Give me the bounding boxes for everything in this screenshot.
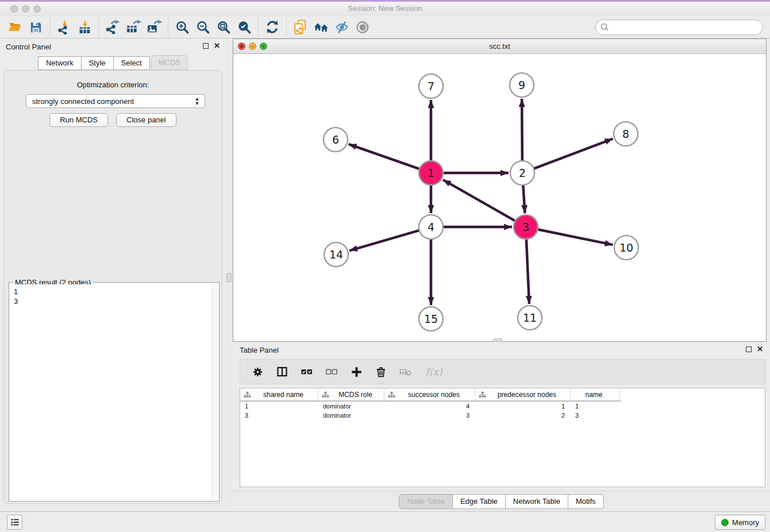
select-all-columns-button[interactable] [300,365,314,379]
edge-2-9[interactable] [522,99,522,161]
show-graphics-details-button[interactable] [352,18,373,36]
search-input[interactable] [595,20,763,35]
close-panel-button[interactable]: Close panel [116,113,176,127]
cell-shared-name: 3 [240,411,318,420]
function-builder-button[interactable]: f(x) [424,365,444,379]
application-window: Session: New Session [0,2,770,532]
edge-1-6[interactable] [349,144,420,169]
export-network-button[interactable] [102,18,123,36]
edge-2-3[interactable] [523,185,525,213]
column-header-successor-nodes[interactable]: successor nodes [384,388,475,400]
add-column-button[interactable] [349,365,363,379]
mcds-result-text[interactable]: 1 3 [10,284,212,500]
clone-network-icon [293,20,308,35]
panel-splitter[interactable] [226,38,233,511]
node-label-15: 15 [424,313,438,325]
titlebar: Session: New Session [0,2,770,16]
edge-3-10[interactable] [538,229,613,245]
delete-table-icon [399,366,413,377]
optimization-criterion-select[interactable]: strongly connected component ▲▼ [26,94,205,108]
import-network-icon [57,20,71,34]
tab-style[interactable]: Style [82,56,114,70]
home-button[interactable] [311,18,332,36]
table-settings-button[interactable] [251,365,264,379]
clone-network-button[interactable] [290,18,311,36]
network-view-window: ✕ − + scc.txt 7968124314101511 [233,38,767,342]
cell-successor-nodes: 3 [384,411,475,420]
node-label-11: 11 [523,311,537,324]
zoom-out-button[interactable] [192,18,213,36]
cell-shared-name: 1 [240,402,318,411]
delete-column-button[interactable] [374,365,388,379]
edge-4-14[interactable] [349,230,419,250]
table-panel-tabs: Node TableEdge TableNetwork TableMotifs [233,491,770,511]
edge-3-11[interactable] [526,239,529,304]
tab-network-table[interactable]: Network Table [506,494,568,509]
table-toolbar: f(x) [240,359,766,384]
column-header-MCDS-role[interactable]: MCDS role [318,388,384,400]
import-table-button[interactable] [74,18,95,36]
float-panel-icon[interactable] [203,43,209,49]
tab-edge-table[interactable]: Edge Table [453,494,506,509]
unchecked-boxes-icon [325,365,338,378]
result-scrollbar[interactable] [212,283,218,500]
open-session-button[interactable] [5,18,25,36]
export-image-button[interactable] [144,18,164,36]
close-panel-icon[interactable]: ✕ [214,41,220,51]
close-table-panel-icon[interactable]: ✕ [757,345,763,354]
column-visibility-button[interactable] [275,365,289,379]
node-label-14: 14 [329,248,343,261]
tab-select[interactable]: Select [114,56,150,70]
table-row[interactable]: 1dominator411 [240,402,765,411]
node-label-10: 10 [619,241,633,254]
zoom-in-button[interactable] [172,18,192,36]
refresh-styles-button[interactable] [262,18,283,36]
import-network-button[interactable] [53,18,74,36]
column-header-predecessor-nodes[interactable]: predecessor nodes [475,388,571,400]
delete-table-button[interactable] [399,365,413,379]
column-header-name[interactable]: name [571,388,620,400]
float-table-panel-icon[interactable] [746,346,752,352]
column-header-shared-name[interactable]: shared name [240,388,318,400]
toolbar-separator [258,18,259,36]
network-window-titlebar: ✕ − + scc.txt [233,39,766,54]
edge-2-8[interactable] [534,138,613,168]
save-session-button[interactable] [25,18,46,36]
search-field-wrap [595,20,763,35]
control-panel: Control Panel ✕ NetworkStyleSelectMCDS O… [0,38,226,511]
node-label-6: 6 [332,133,339,146]
tab-node-table[interactable]: Node Table [399,494,453,509]
network-graph-canvas[interactable]: 7968124314101511 [233,54,766,341]
control-panel-header: Control Panel ✕ [0,38,226,55]
hide-graphics-details-button[interactable] [332,18,352,36]
zoom-selected-button[interactable] [234,18,255,36]
table-body: 1dominator4113dominator323 [240,402,765,420]
tab-mcds[interactable]: MCDS [151,55,188,70]
control-panel-title: Control Panel [6,43,51,51]
column-type-icon [244,391,251,398]
select-stepper-icon: ▲▼ [194,97,201,106]
run-mcds-button[interactable]: Run MCDS [49,113,108,127]
columns-icon [276,366,288,377]
task-history-button[interactable] [7,515,22,530]
export-network-icon [105,20,120,34]
optimization-criterion-label: Optimization criterion: [4,80,222,89]
splitter-handle[interactable] [226,273,232,282]
column-type-icon [322,391,329,398]
cell-predecessor-nodes: 1 [475,402,571,411]
memory-button[interactable]: Memory [715,515,765,530]
column-header-label: MCDS role [329,391,384,399]
zoom-fit-button[interactable] [213,18,234,36]
tab-motifs[interactable]: Motifs [568,494,604,509]
gear-icon [252,367,263,377]
export-table-button[interactable] [123,18,144,36]
edge-3-1[interactable] [443,180,515,221]
toolbar-separator [286,18,287,36]
eye-slash-icon [334,20,349,34]
table-panel-title: Table Panel [240,346,279,354]
network-window-title: scc.txt [233,42,766,51]
tab-network[interactable]: Network [38,56,82,70]
unselect-all-columns-button[interactable] [325,365,338,379]
table-row[interactable]: 3dominator323 [240,411,765,420]
control-panel-tabs: NetworkStyleSelectMCDS [0,57,226,70]
